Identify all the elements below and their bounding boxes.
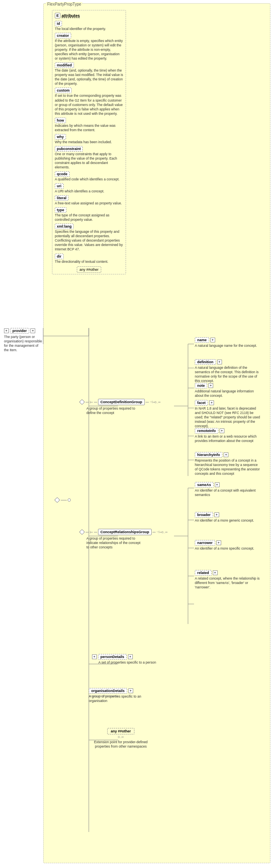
provider-plus2-icon: + <box>30 328 35 333</box>
attr-custom-name: custom <box>55 88 72 93</box>
any-other-bottom-content: any ##other 0..∞ Extension point for pro… <box>89 728 153 749</box>
right-definition-container: definition + A natural language definiti… <box>195 359 261 383</box>
attr-custom-desc: If set to true the corresponding propert… <box>55 94 123 116</box>
attributes-small-box: E <box>55 13 60 18</box>
cdg-bar1: ⊣ <box>150 400 153 404</box>
cdg-double-bar: ⊢ <box>90 400 93 404</box>
right-broader-desc: An identifier of a more generic concept. <box>195 518 254 523</box>
connector-circle-icon <box>68 498 71 502</box>
cdg-diamond-icon <box>79 399 85 405</box>
persondetails-name-box[interactable]: personDetails <box>98 654 127 660</box>
connector-diamond-icon <box>54 497 60 503</box>
attr-uri-desc: A URI which identifies a concept. <box>55 189 123 194</box>
right-note-container: note + Additional natural language infor… <box>195 383 261 398</box>
right-facet-desc: In NAR 1.8 and later, facet is deprecate… <box>195 406 261 428</box>
attr-dir-item: dir The directionality of textual conten… <box>55 254 123 264</box>
attr-custom-item: custom If set to true the corresponding … <box>55 88 123 116</box>
attr-type-desc: The type of the concept assigned as cont… <box>55 213 123 222</box>
orgdetails-name-box[interactable]: organisationDetails <box>89 688 127 694</box>
right-broader-box[interactable]: broader <box>195 512 213 518</box>
attr-modified-name: modified <box>55 62 74 68</box>
schema-title: FlexPartyPropType <box>46 2 82 6</box>
any-other-attrs-label: any ##other <box>77 266 102 273</box>
definition-plus-icon: + <box>217 360 222 364</box>
persondetails-plus2-icon: + <box>128 654 133 659</box>
attr-xmllang-name: xml:lang <box>55 224 74 229</box>
broader-plus-icon: + <box>214 512 219 517</box>
right-related-container: related + A related concept, where the r… <box>195 570 261 590</box>
persondetails-desc: A set of properties specific to a person <box>98 660 156 665</box>
facet-plus-icon: + <box>209 400 214 405</box>
attr-pubconstraint-name: pubconstraint <box>55 146 83 152</box>
provider-desc: The party (person or organisation) respo… <box>4 335 42 352</box>
crg-line2 <box>94 532 97 532</box>
right-narrower-box[interactable]: narrower <box>195 540 215 546</box>
provider-name-box[interactable]: provider <box>10 328 29 334</box>
right-remoteinfo-container: remoteInfo + A link to an item or a web … <box>195 428 261 443</box>
attr-why-name: why <box>55 134 66 140</box>
right-remoteinfo-box[interactable]: remoteInfo <box>195 428 218 434</box>
right-hierarchyinfo-desc: Represents the position of a concept in … <box>195 458 261 476</box>
cdg-line2 <box>94 402 97 402</box>
cdg-desc: A group of properties required to define… <box>86 406 142 415</box>
right-narrower-container: narrower + An identifier of a more speci… <box>195 540 254 551</box>
attr-id-name: id <box>55 21 62 26</box>
note-plus-icon: + <box>208 383 213 388</box>
persondetails-row: + personDetails + <box>92 654 156 660</box>
right-name-desc: A natural language name for the concept. <box>195 344 257 348</box>
attributes-container: E attributes id The local identifier of … <box>52 10 126 274</box>
right-name-row: name + <box>195 337 257 343</box>
right-facet-box[interactable]: facet <box>195 400 208 406</box>
right-name-container: name + A natural language name for the c… <box>195 337 257 348</box>
attr-pubconstraint-desc: One or many constraints that apply to pu… <box>55 152 123 170</box>
attr-uri-item: uri A URI which identifies a concept. <box>55 183 123 194</box>
any-other-attrs: any ##other <box>55 267 123 272</box>
provider-plus-icon: + <box>4 328 9 333</box>
name-plus-icon: + <box>210 338 215 342</box>
attr-type-item: type The type of the concept assigned as… <box>55 207 123 222</box>
right-facet-row: facet + <box>195 400 261 406</box>
right-broader-container: broader + An identifier of a more generi… <box>195 512 254 523</box>
attr-qcode-name: qcode <box>55 171 70 177</box>
orgdetails-container: organisationDetails + A group of propert… <box>89 688 157 703</box>
attr-why-desc: Why the metadata has been included. <box>55 140 123 144</box>
crg-bar1: ⊣ <box>156 530 160 534</box>
orgdetails-desc: A group of properties specific to an org… <box>89 694 157 703</box>
orgdetails-row: organisationDetails + <box>89 688 157 694</box>
right-sameas-box[interactable]: sameAs <box>195 482 214 488</box>
right-note-box[interactable]: note <box>195 383 207 388</box>
related-plus-icon: + <box>213 570 218 575</box>
right-narrower-row: narrower + <box>195 540 254 546</box>
narrower-plus-icon: + <box>216 540 221 545</box>
right-definition-desc: A natural language definition of the sem… <box>195 366 261 383</box>
right-name-box[interactable]: name <box>195 337 209 343</box>
attr-modified-desc: The date (and, optionally, the time) whe… <box>55 68 123 86</box>
right-related-desc: A related concept, where the relationshi… <box>195 576 261 590</box>
attr-how-name: how <box>55 118 66 123</box>
remoteinfo-plus-icon: + <box>220 428 224 433</box>
cdg-dots: ..∞ <box>156 400 160 404</box>
attr-literal-item: literal A free-text value assigned as pr… <box>55 195 123 206</box>
crg-row: ⊢ ConceptRelationshipsGroup ⊣ 0..∞ <box>80 529 168 535</box>
right-hierarchyinfo-box[interactable]: hierarchyInfo <box>195 452 222 458</box>
provider-container: + provider + The party (person or organi… <box>4 328 42 352</box>
attr-how-desc: Indicates by which means the value was e… <box>55 124 123 132</box>
right-sameas-desc: An identifier of a concept with equivale… <box>195 488 261 497</box>
attributes-label: attributes <box>62 14 80 18</box>
crg-name-box[interactable]: ConceptRelationshipsGroup <box>98 529 152 535</box>
attr-uri-name: uri <box>55 183 64 189</box>
right-hierarchyinfo-container: hierarchyInfo + Represents the position … <box>195 452 261 476</box>
attr-qcode-desc: A qualified code which identifies a conc… <box>55 177 123 182</box>
attr-xmllang-desc: Specifies the language of this property … <box>55 230 123 252</box>
right-sameas-row: sameAs + <box>195 482 261 488</box>
persondetails-plus-icon: + <box>92 654 97 659</box>
crg-cardinality: 0..∞ <box>162 530 168 534</box>
provider-label-row: + provider + <box>4 328 42 334</box>
right-definition-box[interactable]: definition <box>195 359 216 365</box>
any-other-bottom-label: any ##other <box>107 728 135 734</box>
attr-dir-desc: The directionality of textual content. <box>55 260 123 264</box>
attr-why-item: why Why the metadata has been included. <box>55 134 123 144</box>
right-related-box[interactable]: related <box>195 570 212 576</box>
right-related-row: related + <box>195 570 261 576</box>
cdg-name-box[interactable]: ConceptDefinitionGroup <box>98 399 145 405</box>
